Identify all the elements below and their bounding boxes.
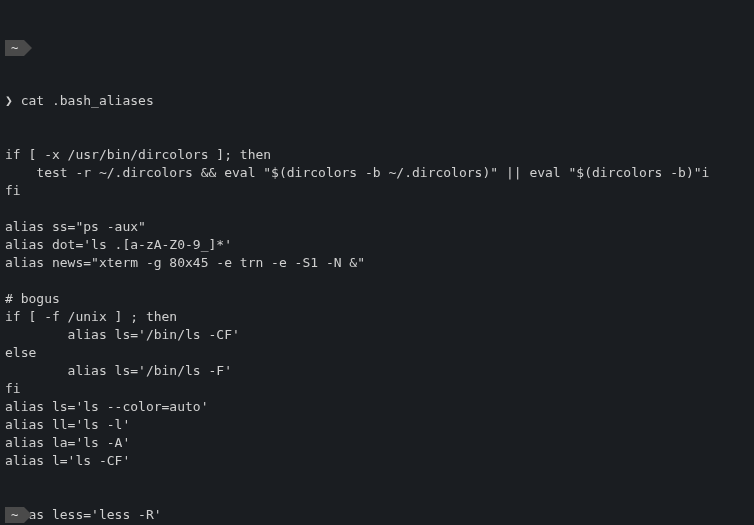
output-line [5, 272, 749, 290]
output-line: alias news="xterm -g 80x45 -e trn -e -S1… [5, 254, 749, 272]
output-line: alias ss="ps -aux" [5, 218, 749, 236]
output-line: fi [5, 380, 749, 398]
output-line: if [ -f /unix ] ; then [5, 308, 749, 326]
output-line: # bogus [5, 290, 749, 308]
cwd-badge: ~ [5, 40, 24, 56]
terminal-output-area[interactable]: ~ ❯ cat .bash_aliases if [ -x /usr/bin/d… [0, 0, 754, 525]
prompt-line-1: ~ [5, 40, 749, 56]
output-line [5, 488, 749, 506]
output-line: alias dot='ls .[a-zA-Z0-9_]*' [5, 236, 749, 254]
prompt-caret: ❯ [5, 93, 13, 108]
output-line: alias less='less -R' [5, 506, 749, 524]
output-line: alias ll='ls -l' [5, 416, 749, 434]
output-line: alias l='ls -CF' [5, 452, 749, 470]
output-line [5, 470, 749, 488]
output-line: alias ls='/bin/ls -F' [5, 362, 749, 380]
output-line: alias la='ls -A' [5, 434, 749, 452]
output-line: alias ls='/bin/ls -CF' [5, 326, 749, 344]
output-line: fi [5, 182, 749, 200]
cwd-badge-2: ~ [5, 507, 24, 523]
command-line: ❯ cat .bash_aliases [5, 92, 749, 110]
cwd-indicator-text: ~ [11, 40, 18, 56]
prompt-line-2: ~ [5, 506, 24, 524]
output-line: if [ -x /usr/bin/dircolors ]; then [5, 146, 749, 164]
output-line: test -r ~/.dircolors && eval "$(dircolor… [5, 164, 749, 182]
output-line: else [5, 344, 749, 362]
command-text: cat .bash_aliases [21, 93, 154, 108]
cwd-indicator-text-2: ~ [11, 507, 18, 523]
output-line [5, 200, 749, 218]
output-line: alias ls='ls --color=auto' [5, 398, 749, 416]
output-container: if [ -x /usr/bin/dircolors ]; then test … [5, 146, 749, 525]
